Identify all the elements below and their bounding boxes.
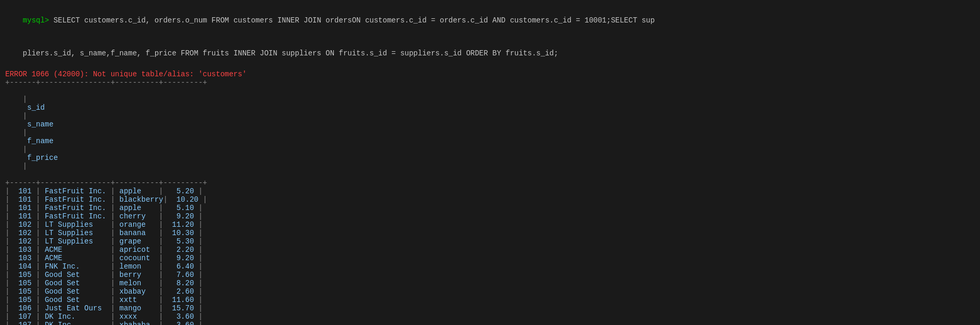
command-text-2: pliers.s_id, s_name,f_name, f_price FROM… xyxy=(23,49,558,57)
col-separator-2: | xyxy=(23,112,27,120)
header-s_name: s_name xyxy=(23,120,93,129)
table-row: | 105 | Good Set | berry | 7.60 | xyxy=(5,271,975,279)
table-row: | 104 | FNK Inc. | lemon | 6.40 | xyxy=(5,262,975,271)
col-separator-1: | xyxy=(23,95,27,103)
table-row: | 105 | Good Set | xxtt | 11.60 | xyxy=(5,296,975,304)
table-row: | 105 | Good Set | melon | 8.20 | xyxy=(5,279,975,287)
table-row: | 101 | FastFruit Inc. | apple | 5.20 | xyxy=(5,187,975,195)
table-row: | 102 | LT Supplies | banana | 10.30 | xyxy=(5,229,975,237)
table-row: | 107 | DK Inc. | xbababa | 3.60 | xyxy=(5,321,975,325)
table-row: | 102 | LT Supplies | orange | 11.20 | xyxy=(5,220,975,229)
table-row: | 103 | ACME | cocount | 9.20 | xyxy=(5,254,975,262)
header-f_name: f_name xyxy=(23,137,67,145)
table-divider-mid: +------+----------------+----------+----… xyxy=(5,179,975,187)
col-separator-5: | xyxy=(23,162,27,170)
table-row: | 101 | FastFruit Inc. | apple | 5.10 | xyxy=(5,204,975,212)
col-separator-3: | xyxy=(23,129,27,137)
command-line-1: mysql> SELECT customers.c_id, orders.o_n… xyxy=(5,4,975,37)
header-f_price: f_price xyxy=(23,154,63,162)
table-header: | s_id | s_name | f_name | f_price | xyxy=(5,87,975,179)
table-row: | 106 | Just Eat Ours | mango | 15.70 | xyxy=(5,304,975,312)
command-text-1: SELECT customers.c_id, orders.o_num FROM… xyxy=(53,16,655,25)
header-s_id: s_id xyxy=(23,103,49,112)
table-divider-top: +------+----------------+----------+----… xyxy=(5,78,975,87)
table-row: | 101 | FastFruit Inc. | blackberry| 10.… xyxy=(5,195,975,204)
error-message: ERROR 1066 (42000): Not unique table/ali… xyxy=(5,70,975,78)
col-separator-4: | xyxy=(23,145,27,154)
mysql-prompt: mysql> xyxy=(23,16,54,25)
table-row: | 102 | LT Supplies | grape | 5.30 | xyxy=(5,237,975,246)
terminal: mysql> SELECT customers.c_id, orders.o_n… xyxy=(0,0,980,325)
table-body: | 101 | FastFruit Inc. | apple | 5.20 ||… xyxy=(5,187,975,325)
table-row: | 103 | ACME | apricot | 2.20 | xyxy=(5,246,975,254)
table-row: | 105 | Good Set | xbabay | 2.60 | xyxy=(5,287,975,296)
table-row: | 107 | DK Inc. | xxxx | 3.60 | xyxy=(5,312,975,321)
table-row: | 101 | FastFruit Inc. | cherry | 9.20 | xyxy=(5,212,975,220)
command-line-2: pliers.s_id, s_name,f_name, f_price FROM… xyxy=(5,37,975,70)
